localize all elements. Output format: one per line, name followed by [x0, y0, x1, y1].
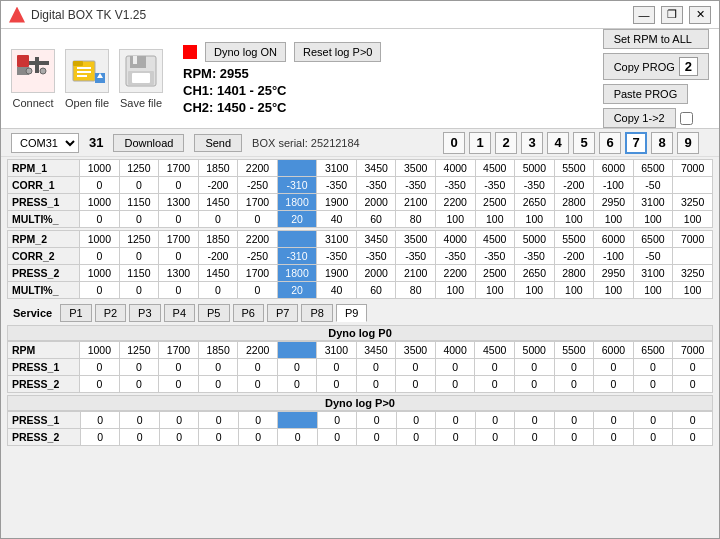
table-cell[interactable]: 0 [238, 429, 278, 446]
table-cell[interactable]: 0 [633, 376, 673, 393]
table-cell[interactable]: 0 [199, 412, 239, 429]
table-cell[interactable]: 0 [238, 282, 278, 299]
table-cell[interactable]: -50 [633, 248, 673, 265]
copy12-checkbox[interactable] [680, 112, 693, 125]
table-cell[interactable]: 0 [633, 429, 673, 446]
table-cell[interactable]: 0 [198, 359, 238, 376]
table-cell[interactable]: -50 [633, 177, 673, 194]
table-cell[interactable]: 1450 [198, 194, 238, 211]
table-cell[interactable]: 80 [396, 282, 436, 299]
table-cell[interactable]: 4500 [475, 160, 515, 177]
table-cell[interactable]: 1700 [159, 231, 199, 248]
table-cell[interactable]: 0 [159, 282, 199, 299]
num-cell-9[interactable]: 9 [677, 132, 699, 154]
table-cell[interactable]: 2650 [515, 194, 555, 211]
table-cell[interactable]: 0 [119, 211, 159, 228]
table-cell[interactable]: 0 [159, 376, 199, 393]
table-cell[interactable]: 0 [159, 412, 199, 429]
table-cell[interactable]: 2100 [396, 194, 436, 211]
table-cell[interactable]: 60 [356, 211, 396, 228]
table-cell[interactable]: 0 [475, 429, 515, 446]
table-cell[interactable]: 5500 [554, 342, 594, 359]
table-cell[interactable]: -200 [554, 248, 594, 265]
table-cell[interactable]: 80 [396, 211, 436, 228]
table-cell[interactable]: 100 [435, 211, 475, 228]
table-cell[interactable]: 3450 [356, 231, 396, 248]
table-cell[interactable]: -350 [435, 177, 475, 194]
table-cell[interactable]: 0 [80, 248, 120, 265]
table-cell[interactable]: 0 [396, 412, 436, 429]
table-cell[interactable]: 0 [435, 376, 475, 393]
table-cell[interactable]: 0 [199, 429, 239, 446]
table-cell[interactable]: 0 [594, 359, 634, 376]
table-cell[interactable]: 100 [554, 211, 594, 228]
table-cell[interactable]: 0 [554, 429, 594, 446]
table-cell[interactable]: 0 [357, 429, 397, 446]
table-cell[interactable]: 3100 [317, 231, 357, 248]
table-cell[interactable]: 0 [80, 282, 120, 299]
table-cell[interactable]: 1900 [317, 194, 357, 211]
table-cell[interactable]: 1000 [80, 265, 120, 282]
table-cell[interactable]: 6000 [594, 231, 634, 248]
table-cell[interactable]: -350 [396, 248, 436, 265]
table-cell[interactable]: -200 [198, 248, 238, 265]
table-cell[interactable]: 0 [673, 412, 713, 429]
table-cell[interactable]: -350 [356, 248, 396, 265]
table-cell[interactable]: 20 [277, 282, 317, 299]
table-cell[interactable]: 0 [356, 359, 396, 376]
table-cell[interactable]: 1250 [119, 231, 159, 248]
table-cell[interactable]: 0 [594, 412, 634, 429]
table-cell[interactable]: 0 [554, 376, 594, 393]
table-cell[interactable]: 2200 [238, 160, 278, 177]
table-cell[interactable]: 2200 [435, 265, 475, 282]
table-cell[interactable]: 0 [396, 376, 436, 393]
table-cell[interactable]: 0 [119, 359, 159, 376]
connect-button[interactable]: Connect [11, 49, 55, 109]
table-cell[interactable]: 4000 [435, 160, 475, 177]
table-cell[interactable] [277, 342, 316, 359]
table-cell[interactable]: 4500 [475, 342, 515, 359]
table-cell[interactable]: 0 [515, 429, 555, 446]
table-cell[interactable]: 2000 [356, 265, 396, 282]
tab-p5[interactable]: P5 [198, 304, 229, 322]
table-cell[interactable]: 1700 [159, 342, 199, 359]
table-cell[interactable]: 7000 [673, 231, 713, 248]
table-cell[interactable]: 1000 [80, 342, 120, 359]
table-cell[interactable]: 3500 [396, 231, 436, 248]
paste-prog-button[interactable]: Paste PROG [603, 84, 689, 104]
dyno-log-on-button[interactable]: Dyno log ON [205, 42, 286, 62]
table-cell[interactable]: 2800 [554, 265, 594, 282]
table-cell[interactable]: 100 [554, 282, 594, 299]
table-cell[interactable]: 0 [633, 359, 673, 376]
table-cell[interactable]: -310 [277, 248, 317, 265]
table-cell[interactable]: 0 [198, 211, 238, 228]
table-cell[interactable]: 6500 [633, 160, 673, 177]
table-cell[interactable]: 100 [515, 211, 555, 228]
table-cell[interactable]: 20 [277, 211, 317, 228]
table-cell[interactable]: -200 [554, 177, 594, 194]
table-cell[interactable]: 0 [357, 412, 397, 429]
table-cell[interactable]: 3100 [633, 194, 673, 211]
table-cell[interactable]: 1850 [198, 160, 238, 177]
tab-p7[interactable]: P7 [267, 304, 298, 322]
table-cell[interactable]: 3100 [317, 160, 357, 177]
table-cell[interactable]: -350 [317, 177, 357, 194]
table-cell[interactable]: 2000 [356, 194, 396, 211]
table-cell[interactable]: 0 [80, 359, 120, 376]
table-cell[interactable]: 0 [435, 359, 475, 376]
table-cell[interactable]: 6500 [633, 342, 673, 359]
tab-p4[interactable]: P4 [164, 304, 195, 322]
table-cell[interactable]: 1000 [80, 194, 120, 211]
table-cell[interactable]: 4000 [435, 231, 475, 248]
table-cell[interactable] [278, 412, 318, 429]
table-cell[interactable]: -200 [198, 177, 238, 194]
table-cell[interactable]: 0 [673, 359, 713, 376]
table-cell[interactable]: 6000 [594, 342, 634, 359]
table-cell[interactable]: 40 [317, 282, 357, 299]
table-cell[interactable]: -350 [435, 248, 475, 265]
table-cell[interactable]: 2500 [475, 194, 515, 211]
com-select[interactable]: COM31 [11, 133, 79, 153]
table-cell[interactable]: 5500 [554, 231, 594, 248]
table-cell[interactable]: -100 [594, 177, 634, 194]
num-cell-2[interactable]: 2 [495, 132, 517, 154]
